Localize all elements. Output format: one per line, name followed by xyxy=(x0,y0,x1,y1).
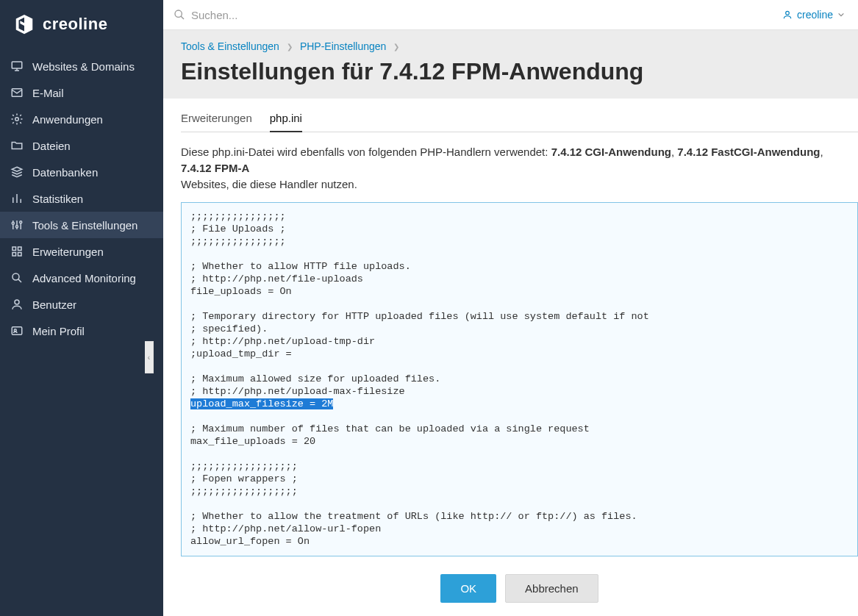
bars-icon xyxy=(10,192,24,205)
user-icon xyxy=(782,10,793,20)
svg-rect-14 xyxy=(12,247,16,251)
sidebar-item-label: Anwendungen xyxy=(32,113,103,126)
sidebar-item-label: E-Mail xyxy=(32,87,64,99)
svg-point-22 xyxy=(14,329,16,332)
svg-point-11 xyxy=(16,226,18,228)
chevron-down-icon xyxy=(837,11,845,18)
search-input[interactable] xyxy=(191,9,412,21)
layers-icon xyxy=(10,165,24,179)
sidebar-item-datenbanken[interactable]: Datenbanken xyxy=(0,159,163,185)
breadcrumb: Tools & Einstellungen ❯ PHP-Einstellunge… xyxy=(181,40,840,52)
sidebar-collapse-handle[interactable]: ‹ xyxy=(145,341,154,373)
sliders-icon xyxy=(10,218,24,232)
sidebar-item-label: Advanced Monitoring xyxy=(32,272,136,284)
sidebar-item-label: Datenbanken xyxy=(32,166,98,179)
svg-line-19 xyxy=(18,279,21,282)
svg-point-9 xyxy=(12,222,14,224)
topbar: creoline xyxy=(163,0,858,29)
svg-line-24 xyxy=(181,16,184,19)
chevron-right-icon: ❯ xyxy=(393,43,399,51)
svg-point-23 xyxy=(175,10,182,17)
gear-icon xyxy=(10,112,24,126)
tab-extensions[interactable]: Erweiterungen xyxy=(181,112,252,132)
editor-selection: upload_max_filesize = 2M xyxy=(190,398,333,409)
php-ini-editor[interactable]: ;;;;;;;;;;;;;;;; ; File Uploads ; ;;;;;;… xyxy=(181,202,858,556)
grid-icon xyxy=(10,245,24,258)
sidebar-item-websites-domains[interactable]: Websites & Domains xyxy=(0,53,163,79)
svg-point-18 xyxy=(12,273,19,280)
page-header: Tools & Einstellungen ❯ PHP-Einstellunge… xyxy=(163,29,858,99)
tab-php-ini[interactable]: php.ini xyxy=(270,112,302,132)
sidebar-item-label: Erweiterungen xyxy=(32,246,104,258)
svg-point-4 xyxy=(15,118,19,121)
svg-point-13 xyxy=(20,221,22,223)
sidebar-item-label: Mein Profil xyxy=(32,325,85,337)
sidebar-item-advanced-monitoring[interactable]: Advanced Monitoring xyxy=(0,265,163,291)
svg-rect-17 xyxy=(18,253,22,257)
main-area: creoline Tools & Einstellungen ❯ PHP-Ein… xyxy=(163,0,858,616)
folder-icon xyxy=(10,139,24,152)
svg-rect-16 xyxy=(12,253,16,257)
breadcrumb-link[interactable]: Tools & Einstellungen xyxy=(181,40,279,52)
action-bar: OK Abbrechen xyxy=(181,556,858,616)
sidebar-item-label: Benutzer xyxy=(32,298,76,311)
user-icon xyxy=(10,298,24,311)
svg-rect-0 xyxy=(12,62,22,68)
page-title: Einstellungen für 7.4.12 FPM-Anwendung xyxy=(181,58,840,85)
brand-icon xyxy=(13,13,35,35)
sidebar-item-benutzer[interactable]: Benutzer xyxy=(0,291,163,318)
editor-text: ; Maximum number of files that can be up… xyxy=(190,423,679,556)
tabs: Erweiterungen php.ini xyxy=(181,112,858,132)
sidebar-item-label: Websites & Domains xyxy=(32,60,135,73)
editor-text: ;;;;;;;;;;;;;;;; ; File Uploads ; ;;;;;;… xyxy=(190,211,649,397)
sidebar-item-statistiken[interactable]: Statistiken xyxy=(0,185,163,212)
handler-description: Diese php.ini-Datei wird ebenfalls von f… xyxy=(181,144,858,192)
user-menu[interactable]: creoline xyxy=(782,9,845,21)
svg-rect-15 xyxy=(18,247,22,251)
cancel-button[interactable]: Abbrechen xyxy=(505,574,598,603)
sidebar-item-label: Tools & Einstellungen xyxy=(32,219,137,232)
search-box[interactable] xyxy=(174,9,782,21)
card-icon xyxy=(10,324,24,337)
sidebar: creoline Websites & DomainsE-MailAnwendu… xyxy=(0,0,163,616)
chevron-right-icon: ❯ xyxy=(287,43,293,51)
svg-point-20 xyxy=(15,300,19,304)
monitor-icon xyxy=(10,60,24,73)
sidebar-item-erweiterungen[interactable]: Erweiterungen xyxy=(0,238,163,265)
sidebar-item-mein-profil[interactable]: Mein Profil xyxy=(0,318,163,344)
search-icon xyxy=(174,9,185,21)
brand-logo[interactable]: creoline xyxy=(0,0,163,49)
breadcrumb-link[interactable]: PHP-Einstellungen xyxy=(300,40,387,52)
sidebar-item-label: Statistiken xyxy=(32,193,83,205)
ok-button[interactable]: OK xyxy=(440,574,496,603)
search-icon xyxy=(10,271,24,284)
sidebar-item-anwendungen[interactable]: Anwendungen xyxy=(0,106,163,132)
svg-rect-21 xyxy=(12,327,22,335)
sidebar-item-label: Dateien xyxy=(32,140,71,152)
user-name: creoline xyxy=(797,9,833,21)
mail-icon xyxy=(10,86,24,99)
brand-name: creoline xyxy=(43,15,107,34)
sidebar-item-e-mail[interactable]: E-Mail xyxy=(0,79,163,106)
sidebar-item-dateien[interactable]: Dateien xyxy=(0,132,163,159)
svg-point-25 xyxy=(786,11,790,15)
sidebar-item-tools-einstellungen[interactable]: Tools & Einstellungen xyxy=(0,212,163,238)
